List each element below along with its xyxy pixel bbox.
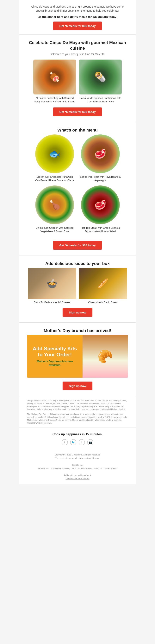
menu-dish-label-flat-iron: Flat Iron Steak with Green Beans & Dijon… — [79, 226, 122, 233]
fine-print-text-2: The Mother's Day Brunch Kit is not avail… — [27, 413, 128, 424]
cinco-dishes-grid: 🍖 Al Pastor Pork Chop with Sautéed Spicy… — [27, 60, 128, 104]
dish-label-enchiladas: Salsa Verde Spinach Enchiladas with Corn… — [79, 96, 122, 104]
menu-dish-label-chimichurri: Chimichurri Chicken with Sautéed Vegetab… — [33, 226, 76, 233]
menu-section: What's on the menu 🐟 Sicilian-Style Alba… — [19, 122, 136, 255]
side-item-garlic-bread: 🥖 Cheesy Herb Garlic Bread — [79, 268, 127, 304]
mothers-day-banner: Add Specialty Kits to Your Order! Mother… — [27, 335, 128, 378]
intro-text: Cinco de Mayo and Mother's Day are right… — [27, 5, 128, 13]
dish-image-al-pastor: 🍖 — [33, 60, 76, 94]
social-icon-twitter[interactable]: 🐦 — [70, 439, 76, 445]
social-icons-row: t 🐦 f 📷 — [27, 439, 128, 445]
dish-emoji-enchiladas: 🌯 — [79, 60, 122, 94]
dish-emoji-al-pastor: 🍖 — [33, 60, 76, 94]
hero-bold-text: Be the dinner hero and get *6 meals for … — [27, 15, 128, 18]
footer-address: Gobble Inc. | 675 Natoma Street | Unit 5… — [27, 467, 128, 470]
mothers-day-section: Mother's Day brunch has arrived! Add Spe… — [19, 322, 136, 396]
menu-dish-item-1: 🥩 Spring Pot Roast with Fava Beans & Asp… — [79, 134, 122, 182]
sides-title: Add delicious sides to your box — [27, 261, 128, 266]
menu-dish-emoji-pot-roast: 🥩 — [81, 134, 120, 173]
footer-legal-section: Copyright © 2019 Gobble Inc. All rights … — [19, 451, 136, 484]
mothers-day-left-panel: Add Specialty Kits to Your Order! Mother… — [27, 335, 83, 378]
social-icon-instagram[interactable]: 📷 — [87, 439, 93, 445]
side-label-garlic-bread: Cheesy Herb Garlic Bread — [79, 301, 127, 304]
side-image-garlic-bread: 🥖 — [79, 268, 127, 299]
menu-dishes-row2: 🍗 Chimichurri Chicken with Sautéed Veget… — [27, 186, 128, 233]
mothers-day-cta-button[interactable]: Sign up now — [63, 382, 92, 390]
menu-dish-label-pot-roast: Spring Pot Roast with Fava Beans & Aspar… — [79, 175, 122, 182]
footer-copyright: Copyright © 2019 Gobble Inc. All rights … — [27, 453, 128, 456]
social-icon-tumblr[interactable]: t — [62, 439, 68, 445]
footer-email-note: You entered your email address at gobble… — [27, 456, 128, 460]
menu-dish-item-3: 🥩 Flat Iron Steak with Green Beans & Dij… — [79, 186, 122, 233]
menu-dish-item-2: 🍗 Chimichurri Chicken with Sautéed Veget… — [33, 186, 76, 233]
side-label-mac-cheese: Black Truffle Macaroni & Cheese — [28, 301, 76, 304]
cinco-title: Celebrate Cinco De Mayo with gourmet Mex… — [27, 40, 128, 51]
unsubscribe-link[interactable]: Unsubscribe from this list — [66, 477, 90, 480]
fine-print-text-1: This promotion is valid online only at w… — [27, 399, 128, 411]
menu-dish-emoji-flat-iron: 🥩 — [81, 186, 120, 224]
dish-image-enchiladas: 🌯 — [79, 60, 122, 94]
sides-grid: 🍲 Black Truffle Macaroni & Cheese 🥖 Chee… — [27, 268, 128, 304]
sides-section: Add delicious sides to your box 🍲 Black … — [19, 256, 136, 322]
menu-dish-image-tuna: 🐟 — [35, 134, 74, 173]
mothers-day-right-panel: 🥐 — [83, 335, 128, 378]
social-icon-facebook[interactable]: f — [79, 439, 85, 445]
fine-print-section: This promotion is valid online only at w… — [19, 396, 136, 428]
cinco-section: Celebrate Cinco De Mayo with gourmet Mex… — [19, 34, 136, 122]
side-image-mac-cheese: 🍲 — [28, 268, 76, 299]
header-section: Cinco de Mayo and Mother's Day are right… — [19, 0, 136, 34]
mothers-day-title: Mother's Day brunch has arrived! — [27, 328, 128, 334]
footer-tagline-text: Cook up happiness in 15 minutes. — [27, 432, 128, 436]
sides-cta-button[interactable]: Sign up now — [63, 308, 92, 317]
twitter-icon: 🐦 — [72, 441, 75, 444]
menu-dish-emoji-chimichurri: 🍗 — [35, 186, 74, 224]
footer-company: Gobble Inc. — [27, 464, 128, 467]
instagram-icon: 📷 — [89, 441, 92, 444]
menu-cta-button[interactable]: Get *6 meals for $36 today — [53, 241, 102, 250]
menu-dish-emoji-tuna: 🐟 — [35, 134, 74, 173]
menu-dish-label-tuna: Sicilian-Style Albacore Tuna with Caulif… — [33, 175, 76, 182]
menu-dish-item-0: 🐟 Sicilian-Style Albacore Tuna with Caul… — [33, 134, 76, 182]
header-cta-button[interactable]: Get *6 meals for $36 today — [53, 22, 102, 30]
mothers-day-heading: Add Specialty Kits to Your Order! — [31, 346, 79, 358]
footer-tagline-section: Cook up happiness in 15 minutes. t 🐦 f 📷 — [19, 428, 136, 451]
menu-title: What's on the menu — [27, 128, 128, 133]
facebook-icon: f — [81, 441, 82, 444]
menu-dish-image-pot-roast: 🥩 — [81, 134, 120, 173]
dish-item-0: 🍖 Al Pastor Pork Chop with Sautéed Spicy… — [33, 60, 76, 104]
mothers-day-sub: Mother's Day brunch is now available. — [31, 360, 79, 367]
menu-dish-image-flat-iron: 🥩 — [81, 186, 120, 224]
dish-label-al-pastor: Al Pastor Pork Chop with Sautéed Spicy S… — [33, 96, 76, 104]
cinco-cta-button[interactable]: Get *6 meals for $36 today — [53, 108, 102, 116]
menu-dish-image-chimichurri: 🍗 — [35, 186, 74, 224]
tumblr-icon: t — [64, 441, 65, 444]
address-book-link[interactable]: Add us to your address book — [64, 474, 91, 476]
cinco-subtitle: Delivered to your door just in time for … — [27, 52, 128, 56]
dish-item-1: 🌯 Salsa Verde Spinach Enchiladas with Co… — [79, 60, 122, 104]
menu-dishes-row1: 🐟 Sicilian-Style Albacore Tuna with Caul… — [27, 134, 128, 182]
side-item-mac-cheese: 🍲 Black Truffle Macaroni & Cheese — [28, 268, 76, 304]
